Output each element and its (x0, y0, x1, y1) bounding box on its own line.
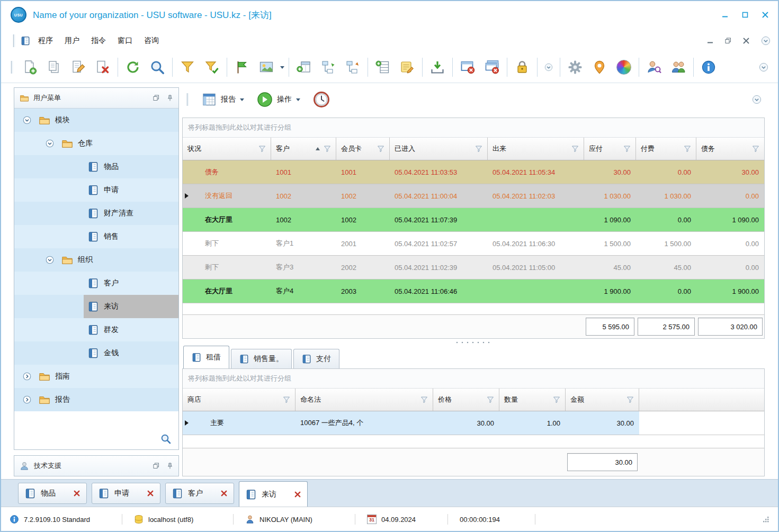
rental-row-selected[interactable]: 主要 10067 一些产品4, 个 30.00 1.00 30.00 (183, 411, 764, 435)
notes-button[interactable] (395, 55, 419, 79)
menubar-overflow-icon[interactable] (761, 36, 771, 46)
panel-pin-icon[interactable] (167, 463, 173, 469)
visit-row[interactable]: 剩下 客户3 2002 05.04.2021 11:02:39 05.04.20… (183, 256, 764, 279)
tree-node-organization[interactable]: 组织 (14, 248, 178, 272)
tree-node-reports[interactable]: 报告 (14, 388, 178, 411)
column-header-status[interactable]: 状况 (183, 138, 271, 160)
colors-button[interactable] (612, 55, 636, 79)
tree-node-mailing[interactable]: 群发 (14, 318, 178, 341)
toolbar-grip[interactable] (11, 60, 13, 74)
filter-funnel-icon[interactable] (475, 145, 482, 152)
delete-record-button[interactable] (91, 55, 115, 79)
resize-grip-icon[interactable] (762, 516, 769, 523)
toolbar-overflow-icon[interactable] (759, 62, 768, 72)
mdi-restore-icon[interactable] (725, 38, 731, 44)
add-row-button[interactable] (371, 55, 395, 79)
tree-node-requests[interactable]: 申请 (14, 178, 178, 202)
filter-funnel-icon[interactable] (626, 396, 634, 403)
expander-open-icon[interactable] (46, 256, 54, 264)
expander-open-icon[interactable] (23, 116, 31, 124)
copy-record-button[interactable] (42, 55, 66, 79)
mdi-minimize-icon[interactable] (707, 38, 713, 44)
apply-filter-button[interactable] (200, 55, 224, 79)
group-by-panel[interactable]: 将列标题拖到此处以对其进行分组 (183, 369, 764, 389)
column-header-payable[interactable]: 应付 (584, 138, 636, 160)
toolbar-overflow-icon[interactable] (752, 95, 762, 104)
lock-button[interactable] (510, 55, 534, 79)
filter-funnel-icon[interactable] (553, 396, 560, 403)
add-column-button[interactable] (292, 55, 316, 79)
visit-row[interactable]: 在大厅里 客户4 2003 05.04.2021 11:06:46 1 900.… (183, 279, 764, 303)
tree-node-inventory[interactable]: 财产清查 (14, 202, 178, 225)
filter-button[interactable] (175, 55, 200, 79)
filter-funnel-icon[interactable] (377, 145, 384, 152)
tab-close-icon[interactable] (147, 490, 154, 497)
new-record-button[interactable] (17, 55, 42, 79)
settings-button[interactable] (563, 55, 587, 79)
tree-node-items[interactable]: 物品 (14, 155, 178, 178)
menu-item-help[interactable]: 咨询 (138, 33, 165, 49)
tree-node-warehouse[interactable]: 仓库 (14, 132, 178, 155)
filter-funnel-icon[interactable] (571, 145, 579, 152)
tree-node-money[interactable]: 金钱 (14, 341, 178, 365)
tab-close-icon[interactable] (294, 491, 301, 498)
tab-rental[interactable]: 租借 (183, 346, 229, 368)
column-header-store[interactable]: 商店 (183, 389, 296, 411)
window-tab-clients[interactable]: 客户 (165, 483, 234, 504)
tab-close-icon[interactable] (221, 490, 227, 497)
panel-pin-icon[interactable] (167, 95, 173, 101)
maximize-icon[interactable] (742, 12, 748, 18)
column-header-exited[interactable]: 出来 (488, 138, 584, 160)
tree-node-guide[interactable]: 指南 (14, 365, 178, 388)
filter-funnel-icon[interactable] (283, 396, 290, 403)
menu-item-program[interactable]: 程序 (32, 33, 59, 49)
tree-node-modules[interactable]: 模块 (14, 109, 178, 132)
expander-closed-icon[interactable] (23, 395, 31, 404)
group-by-panel[interactable]: 将列标题拖到此处以对其进行分组 (183, 118, 764, 138)
filter-funnel-icon[interactable] (324, 145, 331, 152)
refresh-button[interactable] (121, 55, 145, 79)
toolbar-overflow-icon[interactable] (544, 63, 553, 71)
column-header-client[interactable]: 客户 (271, 138, 336, 160)
visit-row[interactable]: 债务 1001 1001 05.04.2021 11:03:53 05.04.2… (183, 160, 764, 184)
menu-item-command[interactable]: 指令 (85, 33, 112, 49)
tree-node-sales[interactable]: 销售 (14, 225, 178, 248)
visit-row[interactable]: 剩下 客户1 2001 05.04.2021 11:02:57 05.04.20… (183, 232, 764, 256)
find-user-button[interactable] (642, 55, 666, 79)
search-button[interactable] (145, 55, 169, 79)
filter-funnel-icon[interactable] (487, 396, 494, 403)
column-header-debt[interactable]: 债务 (696, 138, 764, 160)
flag-button[interactable] (230, 55, 254, 79)
collapse-tree-button[interactable] (341, 55, 365, 79)
column-header-price[interactable]: 价格 (433, 389, 499, 411)
toolbar-grip[interactable] (186, 93, 189, 106)
panel-restore-icon[interactable] (153, 463, 159, 469)
filter-funnel-icon[interactable] (752, 145, 759, 152)
column-header-paid[interactable]: 付费 (636, 138, 696, 160)
window-tab-visits[interactable]: 来访 (239, 481, 308, 507)
visit-row-selected[interactable]: 没有返回 1002 1002 05.04.2021 11:00:04 05.04… (183, 184, 764, 208)
expand-tree-button[interactable] (316, 55, 341, 79)
column-header-nomenclature[interactable]: 命名法 (296, 389, 433, 411)
visit-row[interactable]: 在大厅里 1002 1002 05.04.2021 11:07:39 1 090… (183, 208, 764, 232)
support-panel[interactable]: 技术支援 (14, 455, 179, 476)
filter-funnel-icon[interactable] (623, 145, 631, 152)
column-header-card[interactable]: 会员卡 (336, 138, 390, 160)
close-icon[interactable] (762, 12, 768, 18)
mdi-close-icon[interactable] (743, 38, 749, 44)
timer-button[interactable] (309, 89, 334, 110)
menu-item-window[interactable]: 窗口 (112, 33, 138, 49)
close-window-button[interactable] (455, 55, 480, 79)
toolbar-grip[interactable] (13, 34, 15, 48)
panel-restore-icon[interactable] (153, 95, 159, 101)
menu-item-user[interactable]: 用户 (59, 33, 85, 49)
expander-closed-icon[interactable] (23, 372, 31, 381)
users-button[interactable] (666, 55, 691, 79)
tree-node-visits[interactable]: 来访 (14, 295, 178, 318)
image-button[interactable] (254, 55, 279, 79)
export-button[interactable] (425, 55, 450, 79)
column-header-amount[interactable]: 金额 (566, 389, 639, 411)
filter-funnel-icon[interactable] (258, 145, 266, 152)
window-tab-requests[interactable]: 申请 (92, 483, 160, 504)
window-tab-items[interactable]: 物品 (18, 483, 87, 504)
